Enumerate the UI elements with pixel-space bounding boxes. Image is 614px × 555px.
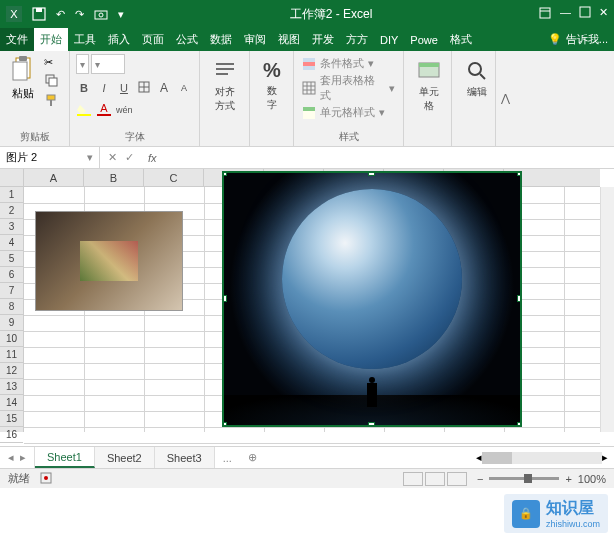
tab-diy[interactable]: DIY <box>374 28 404 51</box>
row-header[interactable]: 2 <box>0 203 23 219</box>
embedded-image-1[interactable] <box>35 211 183 311</box>
resize-handle-sw[interactable] <box>222 422 227 427</box>
col-header[interactable]: C <box>144 169 204 186</box>
sheet-tab-1[interactable]: Sheet1 <box>35 447 95 468</box>
font-color-button[interactable]: A <box>96 102 112 118</box>
tab-file[interactable]: 文件 <box>0 28 34 51</box>
collapse-ribbon-icon[interactable]: ⋀ <box>496 51 514 146</box>
resize-handle-e[interactable] <box>517 295 522 302</box>
maximize-icon[interactable] <box>579 6 591 22</box>
tab-data[interactable]: 数据 <box>204 28 238 51</box>
tab-formula[interactable]: 公式 <box>170 28 204 51</box>
increase-font-icon[interactable]: A <box>156 81 172 95</box>
page-break-view-icon[interactable] <box>447 472 467 486</box>
tab-view[interactable]: 视图 <box>272 28 306 51</box>
hscroll-right-icon[interactable]: ▸ <box>602 451 608 464</box>
number-button[interactable]: % 数字 <box>256 54 288 117</box>
row-header[interactable]: 16 <box>0 427 23 443</box>
tell-me[interactable]: 💡告诉我... <box>542 28 614 51</box>
embedded-image-2-selected[interactable] <box>222 171 522 427</box>
redo-icon[interactable]: ↷ <box>75 8 84 21</box>
row-header[interactable]: 5 <box>0 251 23 267</box>
resize-handle-nw[interactable] <box>222 171 227 176</box>
zoom-out-icon[interactable]: − <box>477 473 483 485</box>
cond-format-button[interactable]: 条件格式▾ <box>302 56 395 71</box>
sheet-nav-next-icon[interactable]: ▸ <box>20 451 26 464</box>
format-painter-icon[interactable] <box>44 93 58 109</box>
copy-icon[interactable] <box>44 73 58 89</box>
resize-handle-ne[interactable] <box>517 171 522 176</box>
resize-handle-n[interactable] <box>368 171 375 176</box>
tab-home[interactable]: 开始 <box>34 28 68 51</box>
minimize-icon[interactable]: — <box>560 6 571 22</box>
zoom-level[interactable]: 100% <box>578 473 606 485</box>
cells-button[interactable]: 单元格 <box>410 54 448 118</box>
sheet-nav-prev-icon[interactable]: ◂ <box>8 451 14 464</box>
vertical-scrollbar[interactable] <box>600 187 614 432</box>
row-header[interactable]: 12 <box>0 363 23 379</box>
phonetic-button[interactable]: wén <box>116 105 132 115</box>
sheet-add-button[interactable]: ⊕ <box>240 447 265 468</box>
border-button[interactable] <box>136 81 152 95</box>
align-button[interactable]: 对齐方式 <box>206 54 244 118</box>
tab-review[interactable]: 审阅 <box>238 28 272 51</box>
zoom-in-icon[interactable]: + <box>565 473 571 485</box>
formula-bar[interactable] <box>163 147 614 168</box>
cell-style-button[interactable]: 单元格样式▾ <box>302 105 395 120</box>
table-format-button[interactable]: 套用表格格式▾ <box>302 73 395 103</box>
cancel-formula-icon[interactable]: ✕ <box>108 151 117 164</box>
row-header[interactable]: 8 <box>0 299 23 315</box>
edit-button[interactable]: 编辑 <box>458 54 496 104</box>
font-size-combo[interactable]: ▾ <box>91 54 125 74</box>
sheet-tab-2[interactable]: Sheet2 <box>95 447 155 468</box>
accept-formula-icon[interactable]: ✓ <box>125 151 134 164</box>
tab-tools[interactable]: 工具 <box>68 28 102 51</box>
select-all-corner[interactable] <box>0 169 24 187</box>
bold-button[interactable]: B <box>76 82 92 94</box>
resize-handle-s[interactable] <box>368 422 375 427</box>
tab-page[interactable]: 页面 <box>136 28 170 51</box>
close-icon[interactable]: ✕ <box>599 6 608 22</box>
decrease-font-icon[interactable]: A <box>176 83 192 93</box>
row-header[interactable]: 10 <box>0 331 23 347</box>
fx-label[interactable]: fx <box>142 147 163 168</box>
horizontal-scrollbar[interactable] <box>482 452 602 464</box>
sheet-tab-3[interactable]: Sheet3 <box>155 447 215 468</box>
row-header[interactable]: 3 <box>0 219 23 235</box>
camera-icon[interactable] <box>94 8 108 20</box>
row-headers[interactable]: 12345678910111213141516 <box>0 187 24 432</box>
resize-handle-w[interactable] <box>222 295 227 302</box>
row-header[interactable]: 11 <box>0 347 23 363</box>
cut-icon[interactable]: ✂ <box>44 56 58 69</box>
italic-button[interactable]: I <box>96 82 112 94</box>
save-icon[interactable] <box>32 7 46 21</box>
col-header[interactable]: A <box>24 169 84 186</box>
tab-dev[interactable]: 开发 <box>306 28 340 51</box>
name-box[interactable]: 图片 2 ▾ <box>0 147 100 168</box>
namebox-dropdown-icon[interactable]: ▾ <box>87 151 93 164</box>
undo-icon[interactable]: ↶ <box>56 8 65 21</box>
tab-format[interactable]: 格式 <box>444 28 478 51</box>
font-family-combo[interactable]: ▾ <box>76 54 89 74</box>
ribbon-options-icon[interactable] <box>538 6 552 22</box>
normal-view-icon[interactable] <box>403 472 423 486</box>
row-header[interactable]: 7 <box>0 283 23 299</box>
row-header[interactable]: 6 <box>0 267 23 283</box>
sheet-more[interactable]: ... <box>215 447 240 468</box>
fill-color-button[interactable] <box>76 102 92 118</box>
tab-insert[interactable]: 插入 <box>102 28 136 51</box>
row-header[interactable]: 4 <box>0 235 23 251</box>
zoom-slider[interactable] <box>489 477 559 480</box>
row-header[interactable]: 14 <box>0 395 23 411</box>
page-layout-view-icon[interactable] <box>425 472 445 486</box>
row-header[interactable]: 15 <box>0 411 23 427</box>
tab-ff[interactable]: 方方 <box>340 28 374 51</box>
resize-handle-se[interactable] <box>517 422 522 427</box>
row-header[interactable]: 13 <box>0 379 23 395</box>
macro-record-icon[interactable] <box>40 472 52 486</box>
paste-button[interactable]: 粘贴 <box>6 54 40 103</box>
underline-button[interactable]: U <box>116 82 132 94</box>
row-header[interactable]: 9 <box>0 315 23 331</box>
row-header[interactable]: 1 <box>0 187 23 203</box>
col-header[interactable]: B <box>84 169 144 186</box>
